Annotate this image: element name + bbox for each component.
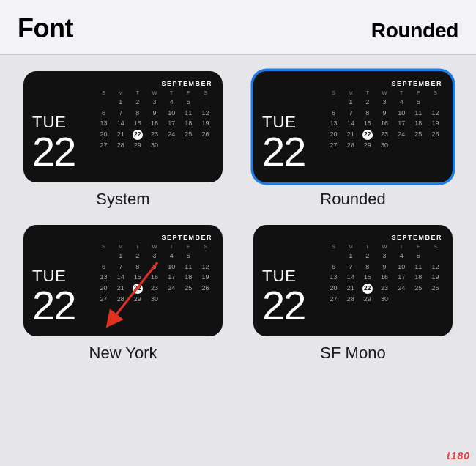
cal-cell: 28 bbox=[112, 295, 129, 305]
cell-new-york[interactable]: TUE22SEPTEMBERSMTWTFS1234567891011121314… bbox=[16, 225, 230, 363]
cal-cell: 9 bbox=[376, 108, 393, 119]
cal-cell: 6 bbox=[95, 108, 112, 119]
widget-datenum-rounded: 22 bbox=[262, 131, 321, 172]
widget-sf-mono[interactable]: TUE22SEPTEMBERSMTWTFS1234567891011121314… bbox=[253, 225, 453, 336]
widget-left-sf-mono: TUE22 bbox=[262, 232, 321, 329]
cal-grid-system: SMTWTFS123456789101112131415161718192021… bbox=[95, 89, 214, 150]
cal-cell bbox=[410, 295, 427, 305]
cal-cell: 14 bbox=[342, 119, 359, 129]
cal-cell: 18 bbox=[180, 119, 197, 129]
cal-day-header: W bbox=[376, 243, 393, 251]
cal-day-header: S bbox=[325, 89, 342, 97]
cal-day-header: S bbox=[427, 89, 444, 97]
cal-cell: 26 bbox=[197, 284, 214, 294]
cal-cell: 5 bbox=[180, 251, 197, 262]
cal-cell: 25 bbox=[410, 284, 427, 294]
cal-cell: 11 bbox=[410, 262, 427, 273]
cal-cell: 7 bbox=[112, 108, 129, 119]
cal-today: 22 bbox=[133, 284, 143, 294]
widget-datenum-sf-mono: 22 bbox=[262, 285, 321, 326]
cal-cell: 16 bbox=[376, 273, 393, 283]
watermark: t180 bbox=[447, 450, 470, 462]
cal-cell: 29 bbox=[359, 141, 376, 151]
cal-cell bbox=[325, 251, 342, 262]
cal-cell: 28 bbox=[342, 141, 359, 151]
cal-cell: 26 bbox=[427, 284, 444, 294]
cal-day-header: T bbox=[359, 89, 376, 97]
cal-cell bbox=[427, 251, 444, 262]
cal-cell bbox=[180, 141, 197, 151]
cal-cell: 13 bbox=[325, 119, 342, 129]
cal-cell: 15 bbox=[359, 273, 376, 283]
widget-datenum-system: 22 bbox=[32, 131, 91, 172]
cal-cell: 21 bbox=[342, 130, 359, 140]
header-rounded-label: Rounded bbox=[371, 19, 458, 42]
cal-day-header: F bbox=[180, 89, 197, 97]
cal-cell: 12 bbox=[427, 108, 444, 119]
cal-cell bbox=[180, 295, 197, 305]
cal-cell: 12 bbox=[197, 262, 214, 273]
cal-cell bbox=[95, 251, 112, 262]
cal-day-header: M bbox=[112, 89, 129, 97]
cal-cell: 11 bbox=[410, 108, 427, 119]
cal-day-header: T bbox=[163, 89, 180, 97]
cal-cell: 8 bbox=[129, 262, 146, 273]
cal-cell: 17 bbox=[163, 273, 180, 283]
header: Font Rounded bbox=[0, 0, 476, 55]
cal-cell: 10 bbox=[163, 262, 180, 273]
cal-cell: 14 bbox=[112, 273, 129, 283]
cal-cell: 3 bbox=[146, 251, 163, 262]
cell-rounded[interactable]: TUE22SEPTEMBERSMTWTFS1234567891011121314… bbox=[246, 71, 460, 209]
widget-system[interactable]: TUE22SEPTEMBERSMTWTFS1234567891011121314… bbox=[23, 71, 223, 182]
cal-cell: 9 bbox=[376, 262, 393, 273]
cal-cell bbox=[163, 295, 180, 305]
cal-cell bbox=[393, 295, 410, 305]
cal-grid-rounded: SMTWTFS123456789101112131415161718192021… bbox=[325, 89, 444, 150]
widget-rounded[interactable]: TUE22SEPTEMBERSMTWTFS1234567891011121314… bbox=[253, 71, 453, 182]
widget-new-york[interactable]: TUE22SEPTEMBERSMTWTFS1234567891011121314… bbox=[23, 225, 223, 336]
cal-cell: 13 bbox=[95, 119, 112, 129]
label-new-york: New York bbox=[89, 344, 157, 363]
cal-cell: 2 bbox=[129, 97, 146, 108]
cal-cell: 4 bbox=[163, 97, 180, 108]
cal-day-header: W bbox=[146, 243, 163, 251]
cal-day-header: F bbox=[410, 89, 427, 97]
cal-day-header: S bbox=[325, 243, 342, 251]
cal-cell: 3 bbox=[376, 251, 393, 262]
cal-cell: 23 bbox=[376, 130, 393, 140]
cal-cell: 1 bbox=[112, 97, 129, 108]
cal-cell: 17 bbox=[393, 273, 410, 283]
cal-cell: 19 bbox=[427, 273, 444, 283]
cal-cell: 17 bbox=[393, 119, 410, 129]
cell-sf-mono[interactable]: TUE22SEPTEMBERSMTWTFS1234567891011121314… bbox=[246, 225, 460, 363]
cal-day-header: S bbox=[95, 89, 112, 97]
widget-month-sf-mono: SEPTEMBER bbox=[325, 234, 444, 241]
cal-today: 22 bbox=[362, 284, 373, 294]
cal-cell: 9 bbox=[146, 108, 163, 119]
cal-cell: 4 bbox=[393, 97, 410, 108]
cell-system[interactable]: TUE22SEPTEMBERSMTWTFS1234567891011121314… bbox=[16, 71, 230, 209]
cal-day-header: T bbox=[393, 89, 410, 97]
cal-cell: 28 bbox=[112, 141, 129, 151]
widget-right-rounded: SEPTEMBERSMTWTFS123456789101112131415161… bbox=[321, 78, 444, 175]
cal-cell: 27 bbox=[95, 141, 112, 151]
font-grid: TUE22SEPTEMBERSMTWTFS1234567891011121314… bbox=[0, 55, 476, 370]
cal-cell: 23 bbox=[146, 284, 163, 294]
cal-day-header: F bbox=[410, 243, 427, 251]
cal-cell: 28 bbox=[342, 295, 359, 305]
cal-cell: 2 bbox=[359, 97, 376, 108]
widget-month-rounded: SEPTEMBER bbox=[325, 80, 444, 87]
cal-cell: 29 bbox=[129, 141, 146, 151]
cal-cell: 30 bbox=[146, 141, 163, 151]
cal-cell: 7 bbox=[342, 108, 359, 119]
cal-cell bbox=[163, 141, 180, 151]
cal-cell: 20 bbox=[325, 284, 342, 294]
cal-cell: 24 bbox=[393, 130, 410, 140]
cal-day-header: M bbox=[342, 243, 359, 251]
cal-cell: 6 bbox=[95, 262, 112, 273]
cal-cell: 20 bbox=[95, 284, 112, 294]
cal-cell: 4 bbox=[393, 251, 410, 262]
cal-cell: 10 bbox=[163, 108, 180, 119]
cal-cell: 9 bbox=[146, 262, 163, 273]
cal-cell: 27 bbox=[95, 295, 112, 305]
